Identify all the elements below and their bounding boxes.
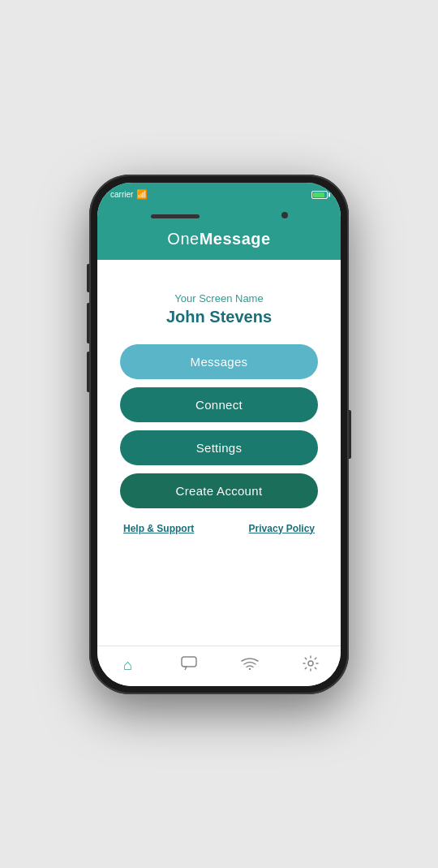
speaker [151,214,200,218]
gear-icon [303,655,319,676]
svg-rect-0 [182,657,196,667]
screen-name-label: Your Screen Name [174,292,263,304]
main-content: Your Screen Name John Stevens Messages C… [97,260,341,646]
svg-point-2 [308,661,313,666]
screen-name-value: John Stevens [166,308,272,326]
home-icon: ⌂ [123,657,132,674]
signal-icon: 📶 [136,189,148,200]
tab-messages[interactable] [158,656,219,675]
tab-wifi[interactable] [219,657,280,674]
connect-button[interactable]: Connect [120,387,318,422]
help-support-link[interactable]: Help & Support [123,523,194,534]
status-carrier: carrier 📶 [110,189,148,200]
app-header: OneMessage [97,222,341,260]
status-bar: carrier 📶 [97,183,341,205]
wifi-icon [241,657,259,674]
links-row: Help & Support Privacy Policy [120,523,318,534]
battery-icon [311,191,328,199]
camera [281,212,288,218]
phone-screen: carrier 📶 OneMessage Your Screen Name Jo… [97,183,341,686]
settings-button[interactable]: Settings [120,430,318,465]
chat-icon [181,656,197,675]
status-right [311,191,328,199]
svg-point-1 [248,667,250,669]
notch-area [97,205,341,222]
create-account-button[interactable]: Create Account [120,473,318,508]
privacy-policy-link[interactable]: Privacy Policy [249,523,315,534]
phone-frame: carrier 📶 OneMessage Your Screen Name Jo… [89,175,349,694]
app-title: OneMessage [110,230,328,248]
messages-button[interactable]: Messages [120,344,318,379]
tab-settings[interactable] [280,655,341,676]
tab-bar: ⌂ [97,646,341,686]
tab-home[interactable]: ⌂ [97,657,158,674]
